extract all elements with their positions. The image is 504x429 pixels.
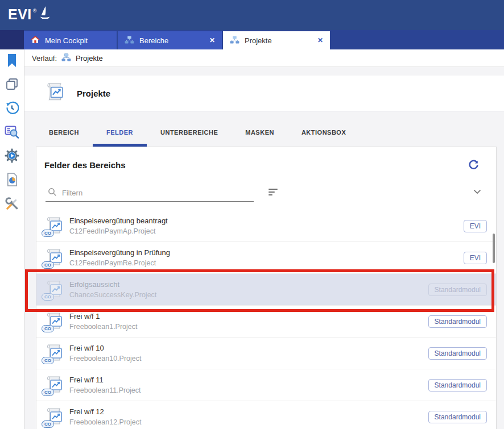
page-header: Projekte — [24, 76, 504, 111]
sidebar-item-bookmarks[interactable] — [4, 53, 20, 69]
main-content: Verlauf: Projekte — [24, 49, 504, 429]
close-tab-icon[interactable]: ✕ — [209, 37, 215, 44]
app-logo: EVI ® — [8, 7, 51, 23]
co-badge: CO — [42, 293, 54, 301]
filter-field[interactable] — [46, 185, 254, 202]
field-technical-name: Freeboolean10.Project — [69, 355, 428, 363]
window-tab-bar: Mein Cockpit Bereiche ✕ — [0, 30, 504, 49]
field-texts: Frei w/f 11 Freeboolean11.Project — [69, 376, 428, 394]
windows-stack-icon — [5, 77, 19, 93]
sidebar-item-windows[interactable] — [4, 77, 20, 93]
field-list-item[interactable]: CO Einspeisevergütung beantragt C12FeedI… — [36, 210, 496, 242]
field-title: Einspeisevergütung in Prüfung — [69, 248, 464, 257]
logo-text: EVI — [8, 7, 32, 22]
tab-bereiche[interactable]: Bereiche ✕ — [118, 31, 222, 49]
module-scroll-chart-icon — [43, 81, 65, 105]
field-module-icon: CO — [43, 374, 65, 396]
org-chart-icon — [230, 36, 239, 45]
field-texts: Einspeisevergütung in Prüfung C12FeedInP… — [69, 248, 464, 267]
app-window: EVI ® Mein Cockpit — [0, 0, 504, 429]
module-badge: Standardmodul — [428, 411, 487, 423]
co-badge: CO — [42, 420, 54, 428]
field-list-item[interactable]: CO Frei w/f 10 Freeboolean10.Project Sta… — [36, 338, 496, 369]
tab-projekte[interactable]: Projekte ✕ — [223, 31, 330, 49]
field-texts: Frei w/f 1 Freeboolean1.Project — [69, 312, 428, 331]
field-technical-name: Freeboolean11.Project — [69, 386, 428, 394]
field-list-item[interactable]: CO Erfolgsaussicht ChanceSuccessKey.Proj… — [36, 274, 496, 306]
module-badge: Standardmodul — [428, 284, 487, 296]
sailboat-icon — [39, 6, 51, 23]
sidebar — [0, 49, 24, 429]
sidebar-item-lookup[interactable] — [4, 125, 20, 141]
field-texts: Frei w/f 10 Freeboolean10.Project — [69, 344, 428, 363]
field-list-item[interactable]: CO Einspeisevergütung in Prüfung C12Feed… — [36, 242, 496, 274]
field-technical-name: Freeboolean1.Project — [69, 323, 428, 331]
field-title: Einspeisevergütung beantragt — [69, 216, 464, 225]
field-texts: Frei w/f 12 Freeboolean12.Project — [69, 407, 428, 426]
co-badge: CO — [42, 325, 54, 332]
co-badge: CO — [42, 261, 54, 269]
home-icon — [31, 35, 40, 45]
field-texts: Erfolgsaussicht ChanceSuccessKey.Project — [69, 280, 428, 299]
module-badge: Standardmodul — [428, 379, 487, 391]
field-title: Erfolgsaussicht — [69, 280, 428, 289]
app-header: EVI ® — [0, 0, 504, 30]
field-module-icon: CO — [43, 343, 65, 364]
tab-unterbereiche[interactable]: UNTERBEREICHE — [147, 120, 232, 147]
field-module-icon: CO — [43, 215, 65, 237]
co-badge: CO — [42, 389, 54, 396]
field-module-icon: CO — [43, 311, 65, 332]
field-module-icon: CO — [43, 406, 65, 428]
panel-header: Felder des Bereichs — [36, 147, 496, 170]
gear-play-icon — [5, 148, 19, 165]
tools-icon — [5, 197, 19, 213]
org-chart-icon — [125, 36, 134, 45]
field-technical-name: C12FeedInPaymAp.Project — [69, 227, 464, 235]
field-title: Frei w/f 11 — [69, 376, 428, 384]
org-chart-icon — [61, 53, 71, 63]
sidebar-item-tools[interactable] — [4, 197, 20, 213]
refresh-button[interactable] — [468, 160, 479, 170]
breadcrumb-item-projekte[interactable]: Projekte — [76, 54, 103, 63]
page-title: Projekte — [77, 89, 110, 98]
lookup-card-icon — [5, 124, 19, 141]
co-badge: CO — [42, 357, 54, 364]
field-title: Frei w/f 1 — [69, 312, 428, 320]
sidebar-item-processes[interactable] — [4, 149, 20, 165]
fields-panel: Felder des Bereichs — [36, 147, 497, 429]
field-list-item[interactable]: CO Frei w/f 11 Freeboolean11.Project Sta… — [36, 369, 496, 401]
field-title: Frei w/f 12 — [69, 407, 428, 416]
bookmark-icon — [6, 53, 18, 70]
tab-bar-notch — [0, 30, 24, 49]
tab-aktionsbox[interactable]: AKTIONSBOX — [288, 120, 360, 147]
field-list-item[interactable]: CO Frei w/f 1 Freeboolean1.Project Stand… — [36, 306, 496, 338]
field-technical-name: Freeboolean12.Project — [69, 418, 428, 426]
tab-felder[interactable]: FELDER — [93, 120, 147, 147]
filter-input[interactable] — [62, 189, 254, 197]
tab-mein-cockpit[interactable]: Mein Cockpit — [24, 31, 117, 49]
sidebar-item-history[interactable] — [4, 101, 20, 117]
tab-label: Projekte — [245, 36, 272, 45]
logo-trademark: ® — [33, 8, 37, 14]
sort-icon[interactable] — [268, 189, 278, 195]
module-badge: EVI — [464, 252, 487, 264]
section-tabs: BEREICH FELDER UNTERBEREICHE MASKEN AKTI… — [24, 120, 504, 147]
tab-label: Bereiche — [139, 36, 168, 45]
tab-masken[interactable]: MASKEN — [232, 120, 288, 147]
close-tab-icon[interactable]: ✕ — [317, 37, 323, 44]
field-technical-name: ChanceSuccessKey.Project — [69, 291, 428, 299]
report-pie-icon — [6, 172, 19, 189]
tab-label: Mein Cockpit — [45, 36, 88, 45]
search-icon — [48, 188, 57, 199]
tab-bereich[interactable]: BEREICH — [35, 120, 93, 147]
field-module-icon: CO — [43, 279, 65, 301]
sidebar-item-reports[interactable] — [4, 173, 20, 189]
field-title: Frei w/f 10 — [69, 344, 428, 352]
module-badge: Standardmodul — [428, 315, 487, 328]
module-badge: EVI — [464, 220, 487, 232]
field-list-item[interactable]: CO Frei w/f 12 Freeboolean12.Project Sta… — [36, 401, 496, 429]
field-texts: Einspeisevergütung beantragt C12FeedInPa… — [69, 216, 464, 235]
history-icon — [5, 101, 19, 117]
chevron-down-icon[interactable] — [473, 189, 481, 194]
scrollbar-thumb[interactable] — [493, 234, 495, 263]
